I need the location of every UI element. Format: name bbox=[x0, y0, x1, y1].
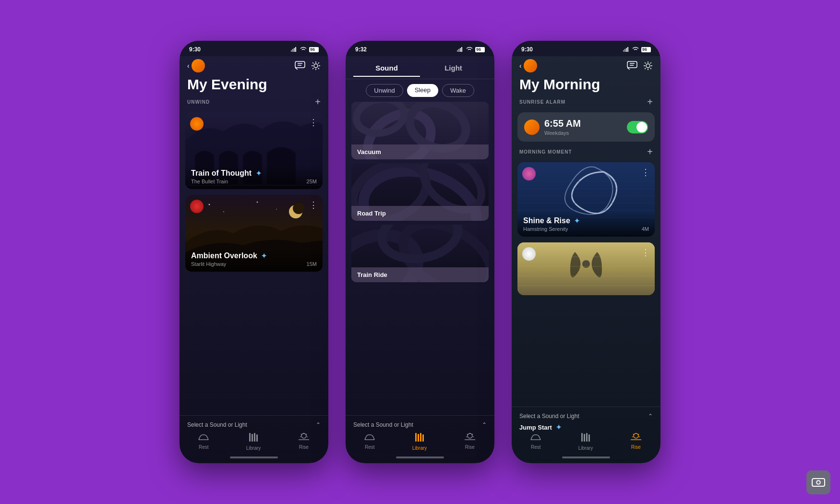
engadget-icon bbox=[811, 477, 826, 488]
settings-icon[interactable] bbox=[311, 61, 321, 71]
avatar-icon bbox=[192, 59, 205, 72]
svg-rect-23 bbox=[256, 434, 258, 442]
card-jump-start[interactable]: ⋮ bbox=[517, 242, 655, 295]
svg-rect-84 bbox=[586, 433, 588, 442]
status-icons: 96 bbox=[291, 47, 319, 52]
rest-icon bbox=[198, 433, 209, 443]
svg-rect-0 bbox=[291, 50, 292, 52]
svg-rect-63 bbox=[627, 61, 637, 68]
add-alarm-button[interactable]: + bbox=[647, 96, 653, 108]
nav-tab-rise[interactable]: Rise bbox=[298, 433, 310, 451]
messages-icon[interactable] bbox=[295, 61, 305, 70]
settings-icon-3[interactable] bbox=[643, 61, 653, 71]
nav-tab-rise-3[interactable]: Rise bbox=[630, 433, 642, 451]
add-button[interactable]: + bbox=[315, 96, 321, 108]
svg-rect-59 bbox=[623, 50, 624, 52]
svg-rect-75 bbox=[517, 242, 655, 295]
card-menu-button-4[interactable]: ⋮ bbox=[641, 247, 650, 258]
card-menu-button[interactable]: ⋮ bbox=[309, 117, 318, 128]
nav-tab-rest-2[interactable]: Rest bbox=[364, 433, 375, 451]
svg-rect-49 bbox=[418, 434, 419, 442]
card-ambient-overlook[interactable]: ⋮ Ambient Overlook ✦ Starlit Highway 15M bbox=[185, 195, 323, 272]
library-icon bbox=[249, 433, 258, 444]
nav-tabs-2: Rest Library Rise bbox=[346, 431, 494, 455]
nav-tab-rest-3[interactable]: Rest bbox=[530, 433, 541, 451]
svg-rect-4 bbox=[295, 61, 305, 68]
page-title-morning: My Morning bbox=[512, 76, 660, 95]
shine-rise-subtitle: Hamstring Serenity bbox=[523, 226, 649, 232]
svg-point-17 bbox=[257, 202, 258, 203]
card-train-of-thought[interactable]: ⋮ Train of Thought ✦ The Bullet Train 25… bbox=[185, 112, 323, 189]
svg-rect-20 bbox=[249, 433, 251, 442]
svg-line-90 bbox=[633, 434, 634, 435]
nav-tab-rest[interactable]: Rest bbox=[198, 433, 209, 451]
rise-icon bbox=[298, 433, 310, 443]
back-button-3[interactable]: ‹ bbox=[519, 59, 537, 72]
add-moment-button[interactable]: + bbox=[647, 146, 653, 157]
shine-rise-overlay: Shine & Rise ✦ Hamstring Serenity bbox=[517, 212, 655, 237]
status-bar-evening: 9:30 96 bbox=[180, 41, 328, 56]
svg-point-76 bbox=[582, 260, 590, 268]
alarm-toggle[interactable] bbox=[627, 121, 648, 133]
pill-unwind[interactable]: Unwind bbox=[366, 84, 403, 97]
tab-sound[interactable]: Sound bbox=[353, 60, 420, 77]
sound-card-road-trip[interactable]: Road Trip bbox=[351, 163, 489, 221]
bottom-bar-2: Select a Sound or Light ⌃ Rest Library bbox=[346, 415, 494, 463]
messages-icon-3[interactable] bbox=[627, 61, 637, 70]
svg-rect-62 bbox=[627, 47, 628, 52]
svg-point-14 bbox=[293, 203, 304, 214]
phone-evening: 9:30 96 ‹ bbox=[180, 41, 328, 463]
filter-pills: Unwind Sleep Wake bbox=[346, 79, 494, 100]
wifi-icon-2 bbox=[466, 47, 473, 52]
status-bar-library: 9:32 96 bbox=[346, 41, 494, 56]
sound-card-train-ride[interactable]: Train Ride bbox=[351, 225, 489, 282]
svg-rect-33 bbox=[460, 48, 461, 52]
bottom-bar-3: Select a Sound or Light ⌃ Jump Start ✦ R… bbox=[512, 407, 660, 463]
sound-light-tabs: Sound Light bbox=[346, 56, 494, 79]
card-menu-button-3[interactable]: ⋮ bbox=[641, 167, 650, 178]
nav-tab-library[interactable]: Library bbox=[246, 433, 261, 451]
card-duration: 25M bbox=[307, 179, 317, 184]
sound-card-vacuum[interactable]: Vacuum bbox=[351, 102, 489, 159]
select-sound-bar[interactable]: Select a Sound or Light ⌃ bbox=[180, 419, 328, 431]
status-time: 9:30 bbox=[189, 46, 201, 53]
library-icon-2 bbox=[415, 433, 424, 444]
nav-tab-rise-2[interactable]: Rise bbox=[464, 433, 476, 451]
pill-sleep[interactable]: Sleep bbox=[407, 84, 438, 97]
svg-rect-31 bbox=[457, 50, 458, 52]
card-shine-rise[interactable]: ⋮ Shine & Rise ✦ Hamstring Serenity 4M bbox=[517, 162, 655, 237]
jump-start-svg bbox=[517, 242, 655, 295]
status-time: 9:30 bbox=[521, 46, 533, 53]
card-info-overlay: Train of Thought ✦ The Bullet Train bbox=[185, 164, 323, 189]
jump-start-image bbox=[517, 242, 655, 295]
svg-rect-82 bbox=[581, 433, 583, 442]
select-sound-bar-3[interactable]: Select a Sound or Light ⌃ bbox=[512, 410, 660, 422]
tab-light[interactable]: Light bbox=[420, 60, 487, 77]
svg-point-86 bbox=[634, 433, 638, 438]
nav-tab-library-3[interactable]: Library bbox=[578, 433, 593, 451]
card-dot-orange bbox=[190, 117, 204, 131]
alarm-dot bbox=[524, 120, 540, 135]
pill-wake[interactable]: Wake bbox=[442, 84, 474, 97]
svg-rect-2 bbox=[294, 48, 295, 52]
section-sunrise-label: SUNRISE ALARM bbox=[519, 99, 565, 105]
svg-rect-1 bbox=[292, 49, 293, 52]
header-actions bbox=[295, 61, 321, 71]
svg-rect-34 bbox=[461, 47, 462, 52]
svg-rect-60 bbox=[624, 49, 625, 52]
svg-point-95 bbox=[817, 481, 820, 484]
select-sound-bar-2[interactable]: Select a Sound or Light ⌃ bbox=[346, 419, 494, 431]
alarm-card[interactable]: 6:55 AM Weekdays bbox=[517, 112, 655, 142]
svg-point-8 bbox=[314, 64, 318, 68]
card-menu-button-2[interactable]: ⋮ bbox=[309, 200, 318, 210]
train-ride-label: Train Ride bbox=[351, 267, 489, 282]
alarm-time-display: 6:55 AM Weekdays bbox=[544, 118, 622, 136]
back-button[interactable]: ‹ bbox=[187, 59, 205, 72]
nav-tab-library-2[interactable]: Library bbox=[412, 433, 427, 451]
section-morning-moment: MORNING MOMENT + bbox=[512, 144, 660, 159]
shine-rise-duration: 4M bbox=[642, 226, 649, 232]
star-icon-3: ✦ bbox=[574, 217, 580, 225]
jump-start-star: ✦ bbox=[556, 423, 562, 431]
card-duration-2: 15M bbox=[307, 261, 317, 267]
svg-line-56 bbox=[467, 434, 468, 435]
